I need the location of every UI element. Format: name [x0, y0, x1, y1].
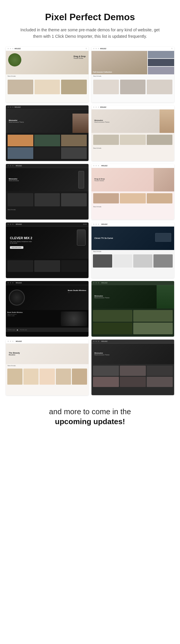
grid-item-12-1	[93, 366, 119, 376]
demo-mockup-12: MOLEEZ Minimalist WooCommerce Theme	[91, 340, 174, 395]
nav-dot-27	[12, 282, 13, 283]
demo-item-2[interactable]: MOLEEZ ☰ Fall Autumn Collection New Arri…	[91, 47, 174, 102]
nav-dot-2	[10, 48, 11, 49]
arrivals-label-4: New Arrivals	[91, 147, 174, 150]
brand-6: MOLEEZ	[101, 165, 108, 167]
mock-grid-4	[91, 133, 174, 147]
product-8-1	[93, 254, 112, 268]
nav-dot-30	[98, 282, 99, 283]
brand-1: MOLEEZ	[15, 48, 21, 49]
nav-dot-25	[8, 282, 9, 283]
demo-mockup-2: MOLEEZ ☰ Fall Autumn Collection New Arri…	[91, 47, 174, 102]
arrivals-label-6: New Arrivals	[91, 205, 174, 208]
product-8-3	[133, 254, 153, 268]
discover-btn-7[interactable]: DISCOVER NOW ›	[10, 246, 23, 249]
grid-item-10-1	[93, 310, 132, 322]
demo-item-5[interactable]: MOLEEZ Minimalist WooCommerce New Arriva…	[6, 164, 89, 220]
nav-dot-31	[8, 341, 9, 342]
mock-nav-9: MOLEEZ	[6, 281, 89, 285]
brand-2: MOLEEZ	[100, 48, 106, 49]
mock-grid-10	[91, 309, 174, 336]
mock-products-1	[6, 78, 89, 96]
demo-item-9[interactable]: MOLEEZ Beats Studio Wireless ♫ ○ Beats S…	[6, 281, 89, 337]
phone-img-5	[78, 171, 84, 189]
hero-text-5: Minimalist WooCommerce	[9, 178, 19, 181]
arrivals-label-5: New Arrivals	[6, 208, 89, 211]
demo-item-6[interactable]: MOLEEZ Drag & Drop Header Builder New Ar…	[91, 164, 174, 220]
demo-item-8[interactable]: MOLEEZ Clever TV 3s Curve New Arrivals	[91, 222, 174, 278]
demo-item-11[interactable]: MOLEEZ The Beauty Routine New Arrivals	[6, 340, 89, 395]
footer-text-9: Feel the music	[8, 329, 15, 330]
header-section: Pixel Perfect Demos Included in the them…	[6, 12, 174, 40]
nav-dot-26	[10, 282, 11, 283]
demo-mockup-9: MOLEEZ Beats Studio Wireless ♫ ○ Beats S…	[6, 281, 89, 337]
brand-4: MOLEEZ	[100, 106, 106, 108]
hero-subtitle-7: Full screen display smartphone made for …	[10, 241, 33, 244]
footer-line1: and more to come in the	[6, 407, 174, 417]
hero-title-9: Beats Studio Wireless	[68, 290, 86, 291]
mock-nav-6: MOLEEZ	[91, 164, 174, 168]
brand-12: MOLEEZ	[101, 340, 108, 342]
product-5-2	[34, 193, 60, 206]
nav-dot-21	[12, 224, 13, 225]
brand-11: MOLEEZ	[16, 340, 22, 342]
mock-nav-8: MOLEEZ	[91, 222, 174, 227]
grid-item-10-3	[93, 323, 132, 334]
nav-dot-12	[98, 107, 99, 108]
mock-nav-4: MOLEEZ	[91, 105, 174, 109]
nav-dot-22	[93, 224, 94, 225]
nav-dot-24	[98, 224, 99, 225]
grid-item-3-4	[8, 147, 33, 159]
demo-item-3[interactable]: MOLEEZ Minimalist WooCommerce Theme	[6, 105, 89, 161]
hero-text-10: Minimalist WooCommerce Theme	[94, 295, 110, 299]
demo-item-12[interactable]: MOLEEZ Minimalist WooCommerce Theme	[91, 340, 174, 395]
nav-dot-10	[93, 107, 94, 108]
demo-item-7[interactable]: MOLEEZ 00:00 CLEVER MIX 2 Full screen di…	[6, 222, 89, 278]
nav-dot-23	[96, 224, 97, 225]
demo-mockup-5: MOLEEZ Minimalist WooCommerce New Arriva…	[6, 164, 89, 220]
plant-icon	[8, 53, 21, 66]
grid-item-10-4	[133, 323, 173, 334]
hero-text-6: Drag & Drop Header Builder	[94, 178, 105, 181]
page-title: Pixel Perfect Demos	[6, 12, 174, 23]
nav-dot-3	[12, 48, 13, 49]
mock-hero-8: Clever TV 3s Curve	[91, 227, 174, 250]
brand-10: MOLEEZ	[101, 282, 108, 284]
hero-subtitle-12: WooCommerce Theme	[94, 354, 110, 356]
nav-dot-33	[12, 341, 13, 342]
demo-item-10[interactable]: MOLEEZ Minimalist WooCommerce Theme	[91, 281, 174, 337]
grid-item-3-3	[61, 135, 87, 146]
person-img-4	[160, 109, 174, 133]
nav-dot-13	[8, 165, 9, 166]
footer-text2-9: Find the tune	[20, 329, 27, 330]
mock-hero-4: Minimalist WooCommerce Theme	[91, 109, 174, 133]
product-1-2	[34, 80, 60, 94]
nav-dot-14	[10, 165, 11, 166]
phone-mockup-7	[77, 229, 86, 246]
grid-item-10-2	[133, 310, 173, 322]
demo-item-4[interactable]: MOLEEZ Minimalist WooCommerce Theme New …	[91, 105, 174, 161]
nav-dot-11	[96, 107, 97, 108]
mock-hero-3: Minimalist WooCommerce Theme	[6, 109, 89, 133]
mock-nav-7: MOLEEZ 00:00	[6, 222, 89, 227]
nav-label-2: ☰	[171, 48, 172, 49]
person-img-3	[72, 114, 89, 133]
nav-dot-34	[93, 341, 94, 342]
demo-item-1[interactable]: MOLEEZ ☰ Drag & Drop Header Builder New …	[6, 47, 89, 102]
brand-3: MOLEEZ	[15, 106, 21, 108]
play-btn-9[interactable]: ▶	[17, 329, 18, 331]
demo-mockup-11: MOLEEZ The Beauty Routine New Arrivals	[6, 340, 89, 395]
mock-products-8	[91, 253, 174, 269]
grid-item-12-2	[120, 366, 146, 376]
hero-subtitle-10: WooCommerce Theme	[94, 297, 110, 299]
mid-title-9: Beats Studio Wireless	[7, 311, 60, 314]
grid-item-3-5	[34, 147, 60, 159]
arrivals-label-1: New Arrivals	[6, 74, 89, 78]
hero-text-8: Clever TV 3s Curve	[94, 237, 113, 239]
mock-products-11	[6, 367, 89, 386]
nav-dot-28	[93, 282, 94, 283]
grid-item-6-3	[147, 193, 172, 203]
product-1-1	[8, 80, 33, 94]
hero-title-11: The Beauty	[9, 352, 20, 354]
hero-main-2: Fall Autumn Collection	[91, 51, 147, 74]
